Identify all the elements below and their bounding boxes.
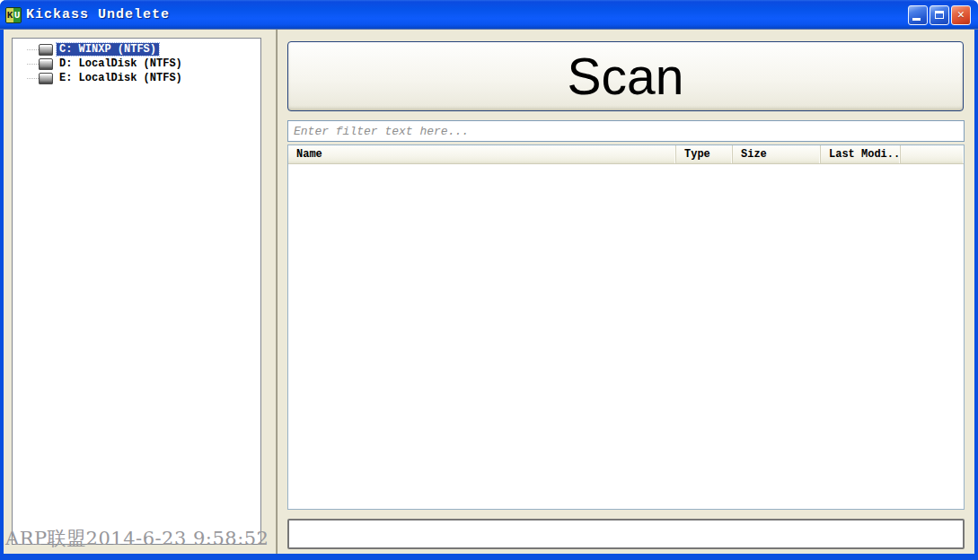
column-header-size[interactable]: Size xyxy=(733,145,821,163)
maximize-icon xyxy=(935,11,944,19)
file-table: Name Type Size Last Modi... xyxy=(287,144,965,510)
panel-splitter[interactable] xyxy=(276,30,278,554)
client-area: C: WINXP (NTFS) D: LocalDisk (NTFS) E: L… xyxy=(4,30,974,554)
app-icon-k: K xyxy=(6,8,13,22)
titlebar[interactable]: KU Kickass Undelete ✕ xyxy=(0,0,978,30)
tree-item-label[interactable]: C: WINXP (NTFS) xyxy=(57,43,159,56)
tree-item-label[interactable]: E: LocalDisk (NTFS) xyxy=(57,72,185,84)
tree-item-drive-c[interactable]: C: WINXP (NTFS) xyxy=(13,42,260,57)
app-window: KU Kickass Undelete ✕ C: WINXP (NTFS) xyxy=(0,0,978,560)
tree-connector xyxy=(27,49,39,50)
tree-item-drive-d[interactable]: D: LocalDisk (NTFS) xyxy=(13,57,260,71)
minimize-button[interactable] xyxy=(908,5,928,25)
hard-drive-icon xyxy=(39,44,53,56)
drive-tree-panel: C: WINXP (NTFS) D: LocalDisk (NTFS) E: L… xyxy=(12,38,261,545)
scan-button[interactable]: Scan xyxy=(287,41,964,111)
tree-connector xyxy=(27,64,39,65)
window-title: Kickass Undelete xyxy=(26,7,170,22)
column-header-filler xyxy=(901,145,964,163)
hard-drive-icon xyxy=(39,73,53,84)
progress-bar xyxy=(287,519,965,549)
app-icon: KU xyxy=(5,7,22,23)
column-header-last-modified[interactable]: Last Modi... xyxy=(821,145,901,163)
minimize-icon xyxy=(912,18,921,21)
column-header-name[interactable]: Name xyxy=(288,145,676,163)
window-controls: ✕ xyxy=(908,5,973,25)
tree-item-label[interactable]: D: LocalDisk (NTFS) xyxy=(57,57,185,70)
file-table-body[interactable] xyxy=(288,164,964,509)
tree-item-drive-e[interactable]: E: LocalDisk (NTFS) xyxy=(13,71,260,85)
file-table-header: Name Type Size Last Modi... xyxy=(288,145,964,164)
app-icon-u: U xyxy=(13,8,21,22)
filter-input[interactable] xyxy=(287,120,965,142)
close-icon: ✕ xyxy=(957,9,965,21)
hard-drive-icon xyxy=(39,58,53,70)
tree-connector xyxy=(27,78,39,79)
maximize-button[interactable] xyxy=(930,5,949,25)
close-button[interactable]: ✕ xyxy=(951,5,971,25)
column-header-type[interactable]: Type xyxy=(676,145,733,163)
